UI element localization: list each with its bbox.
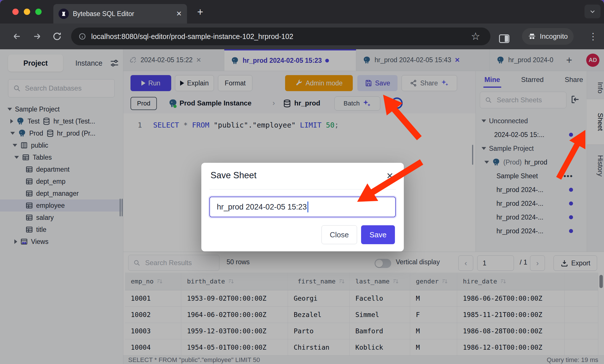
browser-menu-icon[interactable]: ⋮ — [589, 30, 598, 43]
browser-window: Bytebase SQL Editor ✕ + — [0, 0, 604, 364]
bytebase-favicon-icon — [59, 9, 69, 19]
modal-save-button[interactable]: Save — [361, 225, 395, 244]
incognito-label: Incognito — [540, 32, 568, 40]
text-caret — [307, 201, 308, 212]
close-icon[interactable]: ✕ — [386, 171, 393, 181]
back-icon[interactable] — [12, 32, 22, 41]
side-panel-icon[interactable] — [499, 34, 509, 43]
tab-search-button[interactable] — [584, 5, 601, 18]
address-bar[interactable]: localhost:8080/sql-editor/prod-sample-in… — [71, 28, 490, 45]
save-sheet-modal: Save Sheet ✕ hr_prod 2024-02-05 15:23 Cl… — [201, 163, 404, 251]
incognito-badge: Incognito — [522, 28, 574, 45]
bytebase-app: Project Instance Sample Project — [0, 49, 604, 364]
close-window-button[interactable] — [12, 9, 19, 15]
site-info-icon[interactable] — [79, 33, 86, 40]
browser-tab[interactable]: Bytebase SQL Editor ✕ — [53, 4, 187, 24]
browser-tabstrip: Bytebase SQL Editor ✕ + — [0, 0, 604, 24]
incognito-icon — [528, 32, 536, 41]
modal-title: Save Sheet — [211, 170, 256, 181]
modal-divider — [209, 189, 396, 189]
url-text: localhost:8080/sql-editor/prod-sample-in… — [91, 32, 293, 41]
new-tab-button[interactable]: + — [194, 6, 206, 19]
bookmark-star-icon[interactable]: ☆ — [471, 30, 480, 42]
browser-toolbar: localhost:8080/sql-editor/prod-sample-in… — [0, 24, 604, 49]
desktop: Bytebase SQL Editor ✕ + — [0, 0, 604, 364]
minimize-window-button[interactable] — [24, 9, 30, 15]
modal-close-button[interactable]: Close — [322, 225, 357, 244]
close-tab-icon[interactable]: ✕ — [176, 10, 182, 18]
sheet-title-input[interactable]: hr_prod 2024-02-05 15:23 — [209, 197, 396, 217]
browser-tab-title: Bytebase SQL Editor — [73, 10, 172, 18]
forward-icon[interactable] — [32, 32, 42, 41]
browser-chrome: Bytebase SQL Editor ✕ + — [0, 0, 604, 49]
reload-icon[interactable] — [52, 32, 62, 41]
maximize-window-button[interactable] — [35, 9, 42, 15]
